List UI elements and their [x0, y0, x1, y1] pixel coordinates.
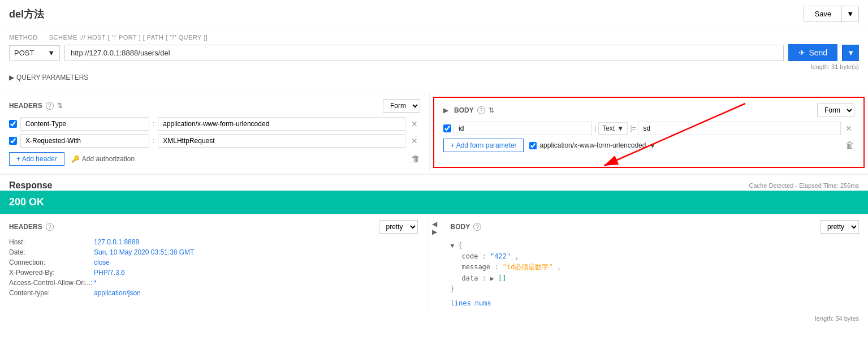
body-param-delete-1[interactable]: ✕	[843, 124, 854, 133]
send-dropdown-button[interactable]: ▼	[842, 45, 859, 61]
resp-header-val-date: Sun, 10 May 2020 03:51:38 GMT	[94, 248, 194, 256]
body-form-dropdown[interactable]: Form	[817, 104, 854, 117]
header-key-2[interactable]	[20, 134, 149, 148]
resp-header-key-powered-by: X-Powered-By:	[9, 269, 94, 277]
headers-label: HEADERS	[9, 102, 42, 110]
resp-headers-info-icon[interactable]: ?	[46, 223, 54, 231]
save-button[interactable]: Save	[804, 6, 841, 22]
add-auth-label: Add authorization	[82, 155, 135, 163]
two-col-layout: HEADERS ? ⇅ Form : ✕ : ✕ + Add h	[0, 93, 868, 171]
method-dropdown-icon: ▼	[47, 49, 55, 57]
body-param-checkbox-1[interactable]	[443, 124, 451, 132]
body-info-icon[interactable]: ?	[477, 106, 485, 114]
body-param-row-1: | Text ▼ ]= ✕	[443, 122, 854, 135]
body-delete-all-icon[interactable]: 🗑	[845, 140, 854, 150]
body-param-value-1[interactable]	[638, 122, 841, 135]
resp-body-info-icon[interactable]: ?	[473, 223, 481, 231]
resp-collapse-btns: ◀ ▶	[427, 214, 442, 313]
header-key-1[interactable]	[20, 117, 149, 131]
resp-header-access-control: Access-Control-Allow-Ori...: *	[9, 279, 418, 287]
body-collapse-arrow[interactable]: ▶	[443, 106, 448, 114]
query-params-label: QUERY PARAMETERS	[16, 74, 88, 81]
content-type-checkbox[interactable]	[529, 142, 537, 149]
response-header-row: Response Cache Detected - Elapsed Time: …	[9, 180, 859, 191]
send-button[interactable]: ✈ Send	[788, 44, 837, 61]
resp-header-key-content-type: Content-type:	[9, 289, 94, 297]
add-authorization-button[interactable]: 🔑 Add authorization	[71, 153, 135, 165]
body-sep-1: |	[594, 124, 596, 132]
body-type-selector-1[interactable]: Text ▼	[598, 122, 628, 135]
headers-section: HEADERS ? ⇅ Form : ✕ : ✕ + Add h	[0, 93, 430, 171]
url-input[interactable]	[64, 45, 784, 61]
json-line-brace-close: }	[451, 284, 860, 295]
header-delete-1[interactable]: ✕	[409, 119, 420, 128]
headers-actions-row: + Add header 🔑 Add authorization 🗑	[9, 152, 420, 166]
headers-form-dropdown[interactable]: Form	[383, 99, 420, 113]
resp-header-val-host: 127.0.0.1:8888	[94, 238, 139, 246]
body-title-group: ▶ BODY ? ⇅	[443, 106, 494, 114]
json-data-expand-icon[interactable]: ▶	[490, 275, 494, 282]
request-section: METHOD SCHEME :// HOST [ ':' PORT ] [ PA…	[0, 28, 868, 93]
body-sort-icon[interactable]: ⇅	[489, 106, 494, 114]
query-params-arrow: ▶	[9, 74, 14, 81]
lines-nums-link[interactable]: lines nums	[451, 299, 860, 307]
resp-headers-header: HEADERS ? pretty	[9, 220, 418, 234]
request-length: length: 31 byte(s)	[9, 63, 859, 70]
header-sep-1: :	[153, 120, 154, 128]
header-sep-2: :	[153, 137, 154, 145]
method-url-row: POST ▼ ✈ Send ▼	[9, 44, 859, 61]
headers-left-actions: + Add header 🔑 Add authorization	[9, 152, 135, 166]
resp-body-header: BODY ? pretty	[451, 220, 860, 234]
resp-body-label: BODY	[451, 223, 470, 231]
header-checkbox-1[interactable]	[9, 120, 17, 128]
page-title: del方法	[9, 7, 44, 21]
method-select[interactable]: POST ▼	[9, 45, 60, 61]
header-delete-2[interactable]: ✕	[409, 136, 420, 145]
method-value: POST	[14, 49, 34, 57]
resp-headers-table: Host: 127.0.0.1:8888 Date: Sun, 10 May 2…	[9, 238, 418, 297]
headers-sort-icon[interactable]: ⇅	[57, 102, 63, 110]
headers-delete-all-icon[interactable]: 🗑	[411, 154, 420, 164]
save-group: Save ▼	[804, 6, 859, 22]
body-equals-1: ]=	[630, 124, 636, 132]
save-dropdown-button[interactable]: ▼	[841, 6, 859, 22]
body-section-header: ▶ BODY ? ⇅ Form	[443, 104, 854, 117]
json-line-brace-open: ▼ {	[451, 240, 860, 251]
resp-body-pretty-dropdown[interactable]: pretty	[820, 220, 859, 234]
add-form-param-button[interactable]: + Add form parameter	[443, 139, 524, 152]
resp-header-val-content-type: application/json	[94, 289, 141, 297]
body-param-key-1[interactable]	[454, 122, 592, 135]
resp-headers-title-group: HEADERS ?	[9, 223, 54, 231]
resp-collapse-left-btn[interactable]: ◀	[430, 220, 439, 228]
resp-headers-pretty-dropdown[interactable]: pretty	[379, 220, 418, 234]
resp-header-date: Date: Sun, 10 May 2020 03:51:38 GMT	[9, 248, 418, 256]
content-type-label: application/x-www-form-urlencoded	[539, 141, 646, 149]
resp-header-key-connection: Connection:	[9, 258, 94, 266]
headers-info-icon[interactable]: ?	[46, 102, 54, 110]
json-line-message: message : "id必须是数字" ,	[451, 262, 860, 273]
header-checkbox-2[interactable]	[9, 137, 17, 145]
body-type-value-1: Text	[602, 124, 615, 132]
resp-header-key-access-control: Access-Control-Allow-Ori...:	[9, 279, 94, 287]
body-label: BODY	[454, 106, 474, 114]
resp-header-key-date: Date:	[9, 248, 94, 256]
body-type-dropdown-icon: ▼	[617, 124, 624, 132]
resp-collapse-right-btn[interactable]: ▶	[430, 228, 439, 236]
add-header-button[interactable]: + Add header	[9, 152, 64, 166]
send-icon: ✈	[798, 48, 805, 57]
resp-header-val-connection: close	[94, 258, 110, 266]
resp-header-content-type: Content-type: application/json	[9, 289, 418, 297]
resp-header-val-powered-by: PHP/7.3.6	[94, 269, 125, 277]
header-value-1[interactable]	[158, 117, 405, 131]
json-expand-icon[interactable]: ▼	[451, 242, 455, 249]
lock-icon: 🔑	[71, 155, 80, 163]
body-section: ▶ BODY ? ⇅ Form | Text ▼ ]= ✕ +	[433, 97, 865, 168]
json-body: ▼ { code : "422" , message : "id必须是数字" ,…	[451, 238, 860, 297]
url-label: SCHEME :// HOST [ ':' PORT ] [ PATH [ '?…	[49, 34, 208, 41]
query-params-toggle[interactable]: ▶ QUERY PARAMETERS	[9, 74, 859, 81]
resp-headers-label: HEADERS	[9, 223, 42, 231]
content-type-dropdown-icon[interactable]: ▼	[649, 141, 656, 150]
header-row-2: : ✕	[9, 134, 420, 148]
header-value-2[interactable]	[158, 134, 405, 148]
response-body-section: BODY ? pretty ▼ { code : "422" , message…	[442, 214, 869, 313]
